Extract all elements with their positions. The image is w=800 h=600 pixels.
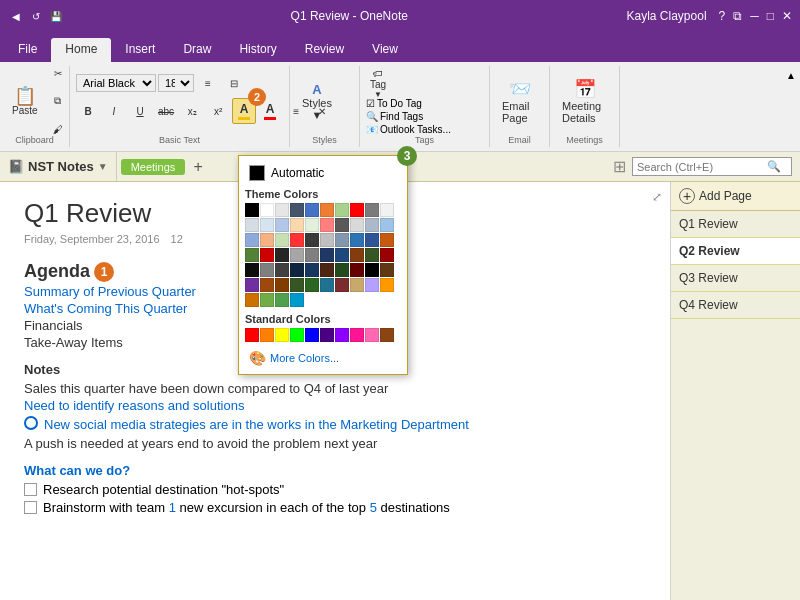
underline-btn[interactable]: U [128,98,152,124]
theme-color-swatch[interactable] [290,278,304,292]
theme-color-swatch[interactable] [365,248,379,262]
theme-color-swatch[interactable] [305,233,319,247]
standard-color-swatch[interactable] [350,328,364,342]
page-item-q3[interactable]: Q3 Review [671,265,800,292]
theme-color-swatch[interactable] [380,233,394,247]
theme-color-swatch[interactable] [335,233,349,247]
theme-color-swatch[interactable] [320,233,334,247]
theme-color-swatch[interactable] [275,278,289,292]
font-size-select[interactable]: 18 [158,74,194,92]
theme-color-swatch[interactable] [350,203,364,217]
add-section-btn[interactable]: + [187,156,209,178]
theme-color-swatch[interactable] [350,248,364,262]
tab-history[interactable]: History [225,38,290,62]
theme-color-swatch[interactable] [305,278,319,292]
expand-pages-icon[interactable]: ⊞ [607,157,632,176]
theme-color-swatch[interactable] [245,278,259,292]
theme-color-swatch[interactable] [260,203,274,217]
theme-color-swatch[interactable] [320,278,334,292]
theme-color-swatch[interactable] [290,263,304,277]
theme-color-swatch[interactable] [365,278,379,292]
window-controls[interactable]: ? ⧉ ─ □ ✕ [719,9,792,23]
color-auto-btn[interactable]: Automatic [245,182,401,184]
tab-home[interactable]: Home [51,38,111,62]
standard-color-swatch[interactable] [305,328,319,342]
theme-color-swatch[interactable] [305,248,319,262]
theme-color-swatch[interactable] [380,203,394,217]
theme-color-swatch[interactable] [245,248,259,262]
theme-color-swatch[interactable] [275,293,289,307]
theme-color-swatch[interactable] [260,248,274,262]
theme-color-swatch[interactable] [365,233,379,247]
forward-btn[interactable]: ↺ [28,8,44,24]
theme-color-swatch[interactable] [305,203,319,217]
more-colors-btn[interactable]: 🎨 More Colors... [245,348,401,368]
tab-insert[interactable]: Insert [111,38,169,62]
tab-review[interactable]: Review [291,38,358,62]
expand-content-btn[interactable]: ⤢ [652,190,662,204]
theme-color-swatch[interactable] [335,203,349,217]
theme-color-swatch[interactable] [245,293,259,307]
standard-color-swatch[interactable] [290,328,304,342]
theme-color-swatch[interactable] [365,218,379,232]
ribbon-collapse-btn[interactable]: ▲ [782,66,800,85]
styles-btn[interactable]: A Styles ▼ [296,66,338,136]
tag-btn[interactable]: 🏷 Tag ▼ [366,70,390,96]
theme-color-swatch[interactable] [350,233,364,247]
theme-color-swatch[interactable] [320,248,334,262]
theme-color-swatch[interactable] [290,233,304,247]
theme-color-swatch[interactable] [245,218,259,232]
tab-file[interactable]: File [4,38,51,62]
standard-color-swatch[interactable] [245,328,259,342]
font-family-select[interactable]: Arial Black [76,74,156,92]
save-btn[interactable]: 💾 [48,8,64,24]
minimize-btn[interactable]: ─ [750,9,759,23]
theme-color-swatch[interactable] [320,203,334,217]
checkbox-1[interactable] [24,483,37,496]
theme-color-swatch[interactable] [350,263,364,277]
page-item-q1[interactable]: Q1 Review [671,211,800,238]
copy-btn[interactable]: ⧉ [46,88,70,114]
theme-color-swatch[interactable] [305,263,319,277]
bullets-btn[interactable]: ≡ [196,70,220,96]
theme-color-swatch[interactable] [320,218,334,232]
theme-color-swatch[interactable] [245,263,259,277]
theme-color-swatch[interactable] [260,218,274,232]
meeting-details-btn[interactable]: 📅 Meeting Details [556,66,613,136]
theme-color-swatch[interactable] [275,203,289,217]
theme-color-swatch[interactable] [290,248,304,262]
bold-btn[interactable]: B [76,98,100,124]
theme-color-swatch[interactable] [290,203,304,217]
theme-color-swatch[interactable] [335,248,349,262]
theme-color-swatch[interactable] [350,278,364,292]
theme-color-swatch[interactable] [335,263,349,277]
restore-btn[interactable]: ⧉ [733,9,742,23]
theme-color-swatch[interactable] [290,293,304,307]
theme-color-swatch[interactable] [275,218,289,232]
standard-color-swatch[interactable] [335,328,349,342]
theme-color-swatch[interactable] [380,278,394,292]
cut-btn[interactable]: ✂ [46,60,70,86]
standard-color-swatch[interactable] [365,328,379,342]
standard-color-swatch[interactable] [320,328,334,342]
strikethrough-btn[interactable]: abc [154,98,178,124]
theme-color-swatch[interactable] [245,203,259,217]
theme-color-swatch[interactable] [380,248,394,262]
close-btn[interactable]: ✕ [782,9,792,23]
add-page-btn[interactable]: + Add Page [671,182,800,211]
theme-color-swatch[interactable] [245,233,259,247]
theme-color-swatch[interactable] [380,218,394,232]
theme-color-swatch[interactable] [350,218,364,232]
numbering-btn[interactable]: ⊟ [222,70,246,96]
search-input[interactable] [637,161,767,173]
theme-color-swatch[interactable] [380,263,394,277]
theme-color-swatch[interactable] [275,233,289,247]
help-btn[interactable]: ? [719,9,726,23]
paste-btn[interactable]: 📋 Paste [6,66,44,136]
tab-draw[interactable]: Draw [169,38,225,62]
standard-color-swatch[interactable] [275,328,289,342]
theme-color-swatch[interactable] [260,263,274,277]
theme-color-swatch[interactable] [260,278,274,292]
theme-color-swatch[interactable] [305,218,319,232]
italic-btn[interactable]: I [102,98,126,124]
